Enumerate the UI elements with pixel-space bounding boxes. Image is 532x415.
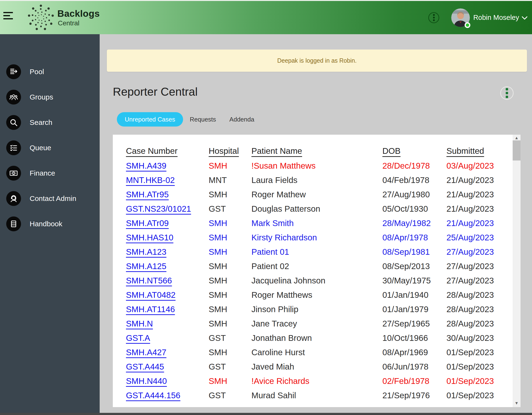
user-name[interactable]: Robin Moseley — [473, 14, 519, 21]
hospital-cell: SMH — [209, 187, 251, 202]
sidebar-item-pool[interactable]: Pool — [0, 64, 100, 79]
scrollbar-thumb[interactable] — [513, 140, 521, 160]
submitted-cell: 01/Sep/2023 — [446, 388, 506, 403]
case-number-link[interactable]: SMH.HAS10 — [126, 233, 173, 242]
cases-panel: Case Number Hospital Patient Name DOB Su… — [113, 135, 521, 407]
groups-icon — [6, 90, 21, 105]
case-number-link[interactable]: GST.A444.156 — [126, 391, 180, 400]
case-number-link[interactable]: SMH.AT0482 — [126, 290, 176, 299]
table-row: GST.A445 GST Javed Miah 06/Jun/1978 01/S… — [126, 359, 506, 374]
case-number-link[interactable]: GST.NS23/01021 — [126, 204, 191, 213]
table-row: MNT.HKB-02 MNT Laura Fields 04/Feb/1978 … — [126, 173, 506, 187]
case-number-link[interactable]: SMH.N — [126, 319, 153, 328]
case-number-link[interactable]: SMH.N440 — [126, 376, 167, 385]
hospital-cell: GST — [209, 202, 251, 216]
table-row: GST.A GST Jonathan Brown 10/Oct/1966 30/… — [126, 331, 506, 345]
patient-name-cell: Javed Miah — [251, 359, 382, 374]
submitted-cell: 27/Aug/2023 — [446, 273, 506, 288]
patient-name-cell: Patient 02 — [251, 259, 382, 273]
submitted-cell: 21/Aug/2023 — [446, 187, 506, 202]
dob-cell: 28/May/1982 — [382, 216, 446, 230]
table-row: SMH.ATr09 SMH Mark Smith 28/May/1982 21/… — [126, 216, 506, 230]
patient-name-cell: Douglas Patterson — [251, 202, 382, 216]
hospital-cell: SMH — [209, 245, 251, 259]
online-status-dot — [465, 22, 470, 28]
table-row: SMH.A125 SMH Patient 02 08/Sep/2013 27/A… — [126, 259, 506, 273]
patient-name-cell: !Susan Matthews — [251, 158, 382, 173]
case-number-link[interactable]: GST.A — [126, 333, 150, 343]
tab-bar: Unreported Cases Requests Addenda — [117, 112, 261, 127]
case-number-link[interactable]: SMH.NT566 — [126, 276, 172, 285]
hamburger-menu-icon[interactable] — [3, 12, 14, 19]
submitted-cell: 28/Aug/2023 — [446, 316, 506, 331]
dob-cell: 08/Sep/1981 — [382, 245, 446, 259]
impersonation-banner: Deepak is logged in as Robin. — [107, 49, 527, 72]
avatar[interactable] — [451, 8, 470, 27]
sidebar-item-search[interactable]: Search — [0, 115, 100, 130]
dob-cell: 04/Feb/1978 — [382, 173, 446, 187]
dob-cell: 10/Oct/1966 — [382, 331, 446, 345]
col-patient-name[interactable]: Patient Name — [251, 143, 382, 158]
col-hospital[interactable]: Hospital — [209, 143, 251, 158]
scroll-down-arrow-icon[interactable]: ▼ — [513, 401, 521, 406]
patient-name-cell: Patient 01 — [251, 245, 382, 259]
hospital-cell: SMH — [209, 230, 251, 245]
sidebar-item-finance[interactable]: 1 Finance — [0, 166, 100, 181]
hospital-cell: GST — [209, 331, 251, 345]
patient-name-cell: Jacquelina Johnson — [251, 273, 382, 288]
dob-cell: 08/Apr/1978 — [382, 230, 446, 245]
tab-requests[interactable]: Requests — [183, 112, 223, 127]
tab-unreported-cases[interactable]: Unreported Cases — [117, 112, 183, 127]
window-top-edge — [0, 0, 532, 1]
chevron-down-icon[interactable] — [522, 15, 528, 20]
submitted-cell: 21/Aug/2023 — [446, 202, 506, 216]
col-dob[interactable]: DOB — [382, 143, 446, 158]
case-number-link[interactable]: SMH.A427 — [126, 347, 166, 357]
sidebar-item-queue[interactable]: Queue — [0, 140, 100, 155]
col-case-number[interactable]: Case Number — [126, 143, 209, 158]
submitted-cell: 27/Aug/2023 — [446, 259, 506, 273]
submitted-cell: 21/Aug/2023 — [446, 216, 506, 230]
app-logo[interactable]: Backlogs Central — [27, 4, 100, 32]
patient-name-cell: Roger Mathew — [251, 187, 382, 202]
table-row: SMH.A427 SMH Caroline Hurst 08/Apr/1969 … — [126, 345, 506, 359]
dob-cell: 21/Sep/1976 — [382, 388, 446, 403]
hospital-cell: SMH — [209, 216, 251, 230]
dob-cell: 08/Apr/1969 — [382, 345, 446, 359]
sidebar-item-groups[interactable]: Groups — [0, 90, 100, 105]
sidebar-item-contact-admin[interactable]: Contact Admin — [0, 191, 100, 206]
hospital-cell: SMH — [209, 302, 251, 316]
table-body: SMH.A439 SMH !Susan Matthews 28/Dec/1978… — [126, 158, 506, 403]
patient-name-cell: Roger Matthews — [251, 288, 382, 302]
case-number-link[interactable]: SMH.AT1146 — [126, 305, 175, 314]
dob-cell: 30/May/1975 — [382, 273, 446, 288]
case-number-link[interactable]: SMH.ATr95 — [126, 190, 169, 199]
hospital-cell: GST — [209, 359, 251, 374]
case-number-link[interactable]: SMH.ATr09 — [126, 218, 169, 228]
case-number-link[interactable]: MNT.HKB-02 — [126, 175, 175, 185]
tab-addenda[interactable]: Addenda — [223, 112, 261, 127]
hospital-cell: SMH — [209, 158, 251, 173]
vertical-scrollbar[interactable]: ▲ ▼ — [513, 135, 521, 407]
case-number-link[interactable]: SMH.A123 — [126, 247, 166, 257]
sidebar-item-handbook[interactable]: Handbook — [0, 217, 100, 231]
page-kebab-menu-icon[interactable] — [500, 86, 513, 100]
scroll-up-arrow-icon[interactable]: ▲ — [513, 136, 521, 140]
sidebar-item-label: Pool — [30, 68, 44, 76]
table-row: SMH.A439 SMH !Susan Matthews 28/Dec/1978… — [126, 158, 506, 173]
case-number-link[interactable]: GST.A445 — [126, 362, 164, 371]
sidebar-item-label: Groups — [30, 93, 53, 101]
window-bottom-bar — [0, 413, 532, 415]
table-row: SMH.HAS10 SMH Kirsty Richardson 08/Apr/1… — [126, 230, 506, 245]
case-number-link[interactable]: SMH.A125 — [126, 261, 166, 271]
sidebar-item-label: Contact Admin — [30, 195, 76, 203]
col-submitted[interactable]: Submitted — [446, 143, 506, 158]
header-kebab-menu-icon[interactable] — [428, 12, 439, 23]
app-header: Backlogs Central Robin Moseley — [0, 1, 532, 34]
submitted-cell: 21/Aug/2023 — [446, 173, 506, 187]
dob-cell: 05/Oct/1930 — [382, 202, 446, 216]
dob-cell: 01/Jan/1979 — [382, 302, 446, 316]
case-number-link[interactable]: SMH.A439 — [126, 161, 166, 170]
pool-icon — [6, 64, 21, 79]
submitted-cell: 01/Sep/2023 — [446, 345, 506, 359]
